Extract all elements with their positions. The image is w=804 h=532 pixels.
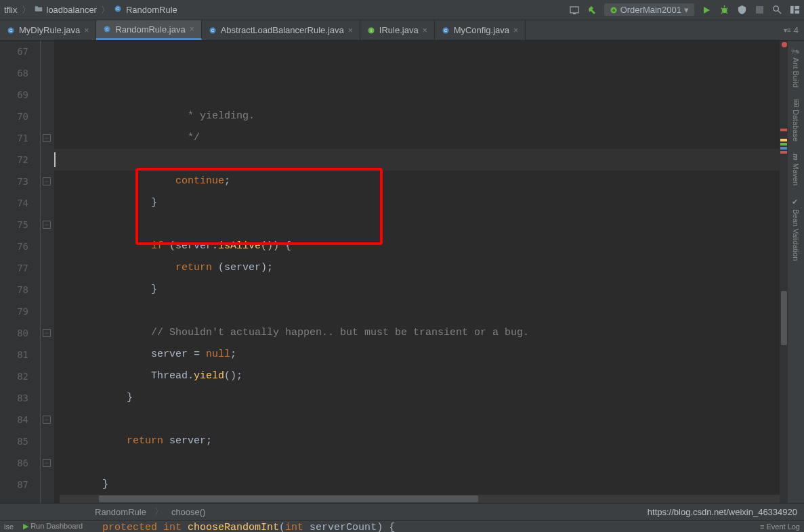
database-tool[interactable]: 🗄 Database: [792, 99, 800, 141]
tab-label: MyDiyRule.java: [19, 25, 80, 35]
tab-label: RandomRule.java: [115, 24, 185, 35]
vertical-scrollbar-thumb[interactable]: [781, 291, 787, 345]
code-area[interactable]: * yielding. */ Thread.yield(); continue;…: [54, 41, 804, 503]
tab-myconfig[interactable]: C MyConfig.java ×: [435, 20, 526, 40]
breadcrumb-item[interactable]: loadbalancer: [47, 5, 97, 15]
error-marker[interactable]: [782, 42, 787, 47]
svg-text:C: C: [117, 7, 120, 11]
debug-icon[interactable]: [719, 5, 729, 16]
close-icon[interactable]: ×: [84, 26, 89, 35]
fold-gutter[interactable]: − − − − − −: [41, 41, 54, 503]
editor-crumb-method[interactable]: choose(): [171, 507, 206, 517]
run-configuration-selector[interactable]: ♻ OrderMain2001 ▾: [604, 3, 694, 16]
chevron-down-icon: ▾: [684, 5, 689, 15]
current-line-highlight: [54, 149, 804, 171]
bean-validation-tool[interactable]: ✔ Bean Validation: [792, 198, 801, 261]
tab-irule[interactable]: I IRule.java ×: [360, 20, 435, 40]
stripe-marker[interactable]: [780, 143, 787, 146]
coverage-icon[interactable]: [736, 5, 747, 16]
tab-mydiyrule[interactable]: C MyDiyRule.java ×: [0, 20, 96, 40]
breadcrumb: tflix 〉 loadbalancer 〉 C RandomRule: [4, 4, 177, 16]
bean-icon: ✔: [792, 198, 801, 206]
svg-rect-7: [756, 6, 763, 14]
fold-start-icon[interactable]: −: [43, 177, 51, 185]
svg-rect-3: [573, 13, 576, 14]
svg-rect-10: [795, 6, 799, 9]
hammer-icon[interactable]: [587, 5, 597, 16]
class-icon: C: [114, 5, 122, 15]
device-icon[interactable]: [569, 5, 580, 16]
fold-end-icon[interactable]: −: [43, 329, 51, 337]
toolbar-right: ♻ OrderMain2001 ▾: [569, 3, 800, 16]
tab-abstractloadbalancerrule[interactable]: C AbstractLoadBalancerRule.java ×: [202, 20, 360, 40]
stripe-marker[interactable]: [780, 139, 787, 141]
breadcrumb-sep: 〉: [154, 506, 163, 518]
fold-end-icon[interactable]: −: [43, 134, 51, 142]
svg-text:C: C: [211, 28, 215, 32]
ant-build-tool[interactable]: 🐜 Ant Build: [792, 46, 801, 87]
editor-tabs-bar: C MyDiyRule.java × C RandomRule.java × C…: [0, 20, 804, 41]
right-tool-strip: 🐜 Ant Build 🗄 Database m Maven ✔ Bean Va…: [788, 41, 804, 503]
tab-label: AbstractLoadBalancerRule.java: [221, 25, 344, 35]
svg-text:C: C: [9, 28, 13, 32]
breadcrumb-item[interactable]: tflix: [4, 5, 18, 15]
fold-end-icon[interactable]: −: [43, 416, 51, 424]
stop-icon[interactable]: [754, 5, 765, 16]
tab-label: MyConfig.java: [454, 25, 509, 35]
fold-start-icon[interactable]: −: [43, 459, 51, 467]
event-log-button[interactable]: ≡ Event Log: [760, 523, 800, 531]
svg-text:C: C: [106, 27, 109, 31]
stripe-marker[interactable]: [780, 147, 787, 150]
tab-randomrule[interactable]: C RandomRule.java ×: [96, 20, 201, 40]
search-icon[interactable]: [771, 5, 782, 16]
scrollbar-thumb[interactable]: [99, 495, 478, 502]
line-number-gutter[interactable]: 676869707172 737475767778 798081828384 8…: [0, 41, 41, 503]
run-icon[interactable]: [701, 5, 712, 16]
svg-rect-2: [570, 7, 578, 13]
svg-point-8: [773, 6, 778, 12]
breadcrumb-sep: 〉: [22, 4, 30, 16]
tabs-overflow[interactable]: ▾≡4: [784, 20, 804, 40]
run-icon: ▶: [23, 522, 30, 530]
editor: 676869707172 737475767778 798081828384 8…: [0, 41, 804, 503]
close-icon[interactable]: ×: [513, 26, 518, 35]
svg-rect-9: [790, 6, 793, 14]
maven-tool[interactable]: m Maven: [792, 154, 800, 185]
close-icon[interactable]: ×: [348, 26, 353, 35]
svg-text:C: C: [444, 28, 447, 32]
navigation-bar: tflix 〉 loadbalancer 〉 C RandomRule ♻ Or…: [0, 0, 804, 20]
folder-icon: [35, 5, 43, 15]
horizontal-scrollbar[interactable]: [60, 495, 780, 503]
run-config-label: OrderMain2001: [620, 5, 681, 15]
database-icon: 🗄: [792, 99, 800, 107]
close-icon[interactable]: ×: [423, 26, 427, 35]
project-structure-icon[interactable]: [789, 5, 800, 16]
breadcrumb-item[interactable]: RandomRule: [126, 5, 177, 15]
caret: [54, 152, 56, 167]
tab-label: IRule.java: [379, 25, 419, 35]
editor-crumb-class[interactable]: RandomRule: [95, 507, 146, 517]
stripe-marker[interactable]: [780, 151, 787, 154]
hidden-tab-count: 4: [794, 25, 799, 35]
ant-icon: 🐜: [792, 46, 801, 55]
status-item[interactable]: ise: [4, 523, 14, 531]
maven-icon: m: [792, 154, 800, 160]
close-icon[interactable]: ×: [190, 24, 194, 34]
error-stripe[interactable]: [780, 41, 788, 503]
fold-end-icon[interactable]: −: [43, 221, 51, 229]
svg-rect-11: [795, 10, 799, 14]
stripe-marker[interactable]: [780, 129, 787, 131]
breadcrumb-sep: 〉: [101, 4, 110, 16]
